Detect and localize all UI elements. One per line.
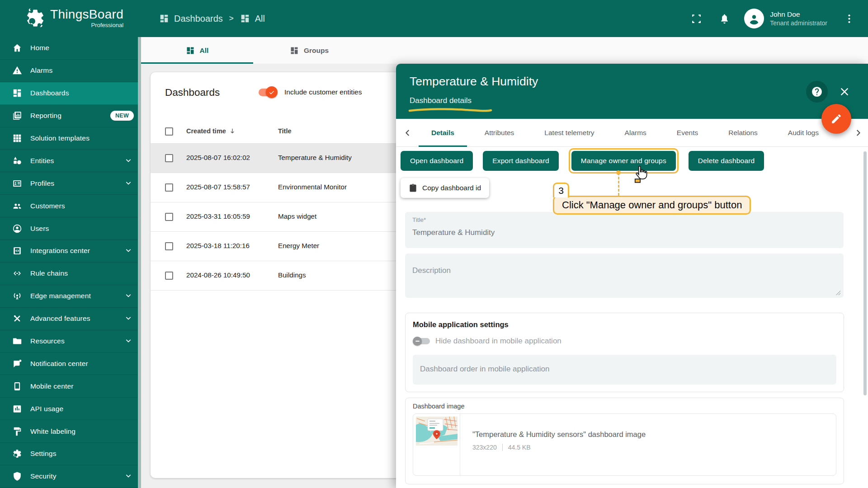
sidebar-item-integrations-center[interactable]: Integrations center (0, 240, 141, 263)
tab-attributes[interactable]: Attributes (485, 119, 514, 147)
row-checkbox[interactable] (165, 154, 173, 162)
sidebar-item-alarms[interactable]: Alarms (0, 60, 141, 82)
edit-fab-button[interactable] (821, 104, 851, 134)
report-icon (12, 111, 22, 121)
tools-icon (12, 314, 22, 324)
api-chart-icon (12, 404, 22, 414)
copy-dashboard-id-button[interactable]: Copy dashboard id (401, 178, 489, 198)
row-checkbox[interactable] (165, 213, 173, 221)
tabs-scroll-left-button[interactable] (402, 127, 413, 138)
notifications-button[interactable] (715, 9, 733, 28)
help-button[interactable] (806, 81, 828, 103)
tab-details[interactable]: Details (431, 119, 454, 147)
title-field-value: Temperature & Humidity (412, 228, 495, 237)
title-field-label: Title* (412, 216, 426, 223)
sidebar-item-reporting[interactable]: ReportingNEW (0, 105, 141, 127)
close-panel-button[interactable] (838, 85, 851, 98)
sidebar-item-mobile-center[interactable]: Mobile center (0, 375, 141, 398)
breadcrumb-all[interactable]: All (240, 14, 265, 24)
shapes-icon (12, 156, 22, 166)
dashboard-image-row[interactable]: "Temperature & Humidity sensors" dashboa… (413, 413, 836, 476)
tabs-scroll-right-button[interactable] (853, 127, 863, 138)
title-field[interactable]: Title* Temperature & Humidity (405, 212, 844, 248)
sidebar-item-api-usage[interactable]: API usage (0, 398, 141, 420)
sidebar-item-rule-chains[interactable]: Rule chains (0, 263, 141, 285)
thingsboard-app: ThingsBoard Professional Dashboards > Al… (0, 0, 868, 488)
export-dashboard-button[interactable]: Export dashboard (483, 151, 559, 171)
app-name: ThingsBoard (50, 8, 123, 21)
panel-content: Open dashboard Export dashboard Manage o… (396, 147, 868, 488)
panel-scrollbar[interactable] (863, 151, 867, 395)
sidebar-item-solution-templates[interactable]: Solution templates (0, 127, 141, 150)
tab-alarms[interactable]: Alarms (625, 119, 646, 147)
tab-label: Alarms (625, 129, 646, 137)
include-customer-entities-toggle[interactable] (258, 86, 278, 98)
app-logo[interactable]: ThingsBoard Professional (25, 8, 123, 28)
chevron-down-icon (124, 337, 133, 346)
column-created-time[interactable]: Created time (186, 127, 236, 135)
row-checkbox[interactable] (165, 272, 173, 280)
column-title[interactable]: Title (278, 127, 292, 135)
integration-icon (12, 246, 22, 256)
open-dashboard-button[interactable]: Open dashboard (401, 151, 473, 171)
header-more-button[interactable] (840, 9, 858, 28)
active-tab-underline (141, 62, 253, 64)
avatar[interactable] (744, 9, 764, 28)
manage-owner-and-groups-button[interactable]: Manage owner and groups (571, 151, 676, 171)
sidebar-item-users[interactable]: Users (0, 217, 141, 240)
dashboard-image-name: "Temperature & Humidity sensors" dashboa… (472, 430, 646, 439)
tab-label: Audit logs (788, 129, 819, 137)
sidebar-scrollbar[interactable] (138, 37, 141, 488)
row-checkbox[interactable] (165, 183, 173, 192)
tab-groups[interactable]: Groups (253, 37, 365, 64)
resize-handle-icon[interactable] (835, 290, 841, 296)
breadcrumb: Dashboards > All (159, 0, 265, 37)
sidebar-item-label: API usage (30, 405, 63, 413)
description-placeholder: Description (412, 266, 451, 275)
tab-audit-logs[interactable]: Audit logs (788, 119, 819, 147)
sidebar-item-resources[interactable]: Resources (0, 330, 141, 353)
sidebar-item-dashboards[interactable]: Dashboards (0, 82, 141, 105)
delete-dashboard-button[interactable]: Delete dashboard (689, 151, 764, 171)
dashboard-image-thumbnail (413, 414, 460, 475)
dashboard-order-field[interactable]: Dashboard order in mobile application (413, 355, 836, 385)
user-role: Tenant administrator (770, 19, 827, 28)
row-checkbox[interactable] (165, 242, 173, 250)
paint-icon (12, 427, 22, 436)
sidebar-item-label: Alarms (30, 66, 52, 75)
tab-relations[interactable]: Relations (728, 119, 758, 147)
phone-icon (12, 381, 22, 391)
select-all-checkbox[interactable] (165, 127, 173, 136)
page-title: Dashboards (165, 87, 220, 99)
sidebar-item-label: Reporting (30, 112, 61, 120)
sidebar-item-notification-center[interactable]: Notification center (0, 352, 141, 375)
dashboards-icon (186, 46, 195, 55)
tab-all[interactable]: All (141, 37, 253, 64)
panel-header: Temperature & Humidity Dashboard details (396, 64, 868, 119)
sidebar-item-security[interactable]: Security (0, 465, 141, 488)
sidebar-item-entities[interactable]: Entities (0, 150, 141, 172)
sidebar-item-advanced-features[interactable]: Advanced features (0, 308, 141, 330)
annotation-underline (408, 108, 492, 113)
sidebar-item-home[interactable]: Home (0, 37, 141, 60)
sidebar-item-edge-management[interactable]: Edge management (0, 285, 141, 308)
sidebar-item-profiles[interactable]: Profiles (0, 172, 141, 195)
breadcrumb-dashboards[interactable]: Dashboards (159, 14, 223, 24)
user-menu[interactable]: John Doe Tenant administrator (770, 10, 827, 28)
sidebar-item-customers[interactable]: Customers (0, 195, 141, 217)
tab-latest-telemetry[interactable]: Latest telemetry (544, 119, 594, 147)
user-name: John Doe (770, 10, 827, 19)
hide-dashboard-toggle[interactable] (413, 336, 431, 347)
annotation-callout: Click "Manage owner and groups" button (553, 196, 751, 215)
description-field[interactable]: Description (405, 253, 844, 298)
sidebar: Home Alarms Dashboards ReportingNEW Solu… (0, 37, 141, 488)
sidebar-item-label: Resources (30, 337, 65, 345)
fullscreen-button[interactable] (687, 9, 705, 28)
dashboards-group-icon (240, 14, 250, 23)
sidebar-item-settings[interactable]: Settings (0, 443, 141, 465)
sidebar-item-label: Users (30, 225, 49, 233)
tab-label: All (200, 47, 209, 55)
entity-group-tabs: All Groups (141, 37, 868, 64)
sidebar-item-white-labeling[interactable]: White labeling (0, 420, 141, 443)
tab-events[interactable]: Events (677, 119, 698, 147)
